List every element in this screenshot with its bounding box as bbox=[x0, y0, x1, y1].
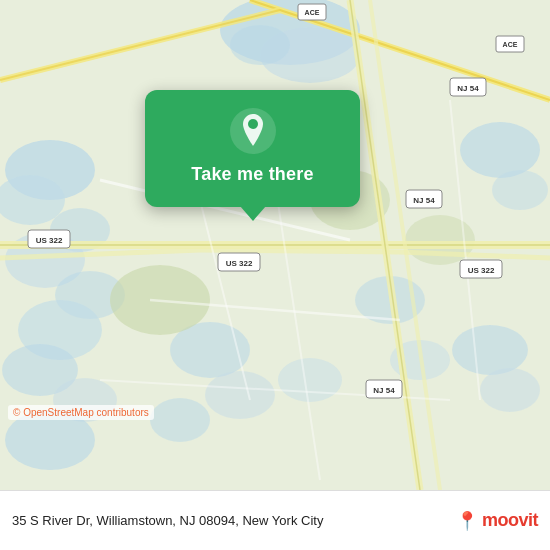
svg-point-14 bbox=[492, 170, 548, 210]
svg-text:NJ 54: NJ 54 bbox=[457, 84, 479, 93]
moovit-logo: 📍 moovit bbox=[456, 510, 538, 532]
svg-text:US 322: US 322 bbox=[226, 259, 253, 268]
svg-point-15 bbox=[452, 325, 528, 375]
svg-line-33 bbox=[200, 250, 400, 252]
svg-text:US 322: US 322 bbox=[468, 266, 495, 275]
svg-point-21 bbox=[150, 398, 210, 442]
svg-text:ACE: ACE bbox=[503, 41, 518, 48]
svg-point-22 bbox=[278, 358, 342, 402]
svg-text:NJ 54: NJ 54 bbox=[413, 196, 435, 205]
moovit-logo-icon: 📍 bbox=[456, 510, 478, 532]
map-area: US 322 US 322 US 322 NJ 54 NJ 54 NJ 54 A… bbox=[0, 0, 550, 490]
svg-text:US 322: US 322 bbox=[36, 236, 63, 245]
location-pin-icon bbox=[230, 108, 276, 154]
attribution-text: © OpenStreetMap contributors bbox=[13, 407, 149, 418]
map-attribution: © OpenStreetMap contributors bbox=[8, 405, 154, 420]
svg-text:NJ 54: NJ 54 bbox=[373, 386, 395, 395]
svg-point-61 bbox=[248, 119, 258, 129]
address-text: 35 S River Dr, Williamstown, NJ 08094, N… bbox=[12, 513, 456, 528]
svg-point-20 bbox=[205, 371, 275, 419]
moovit-logo-text: moovit bbox=[482, 510, 538, 531]
svg-point-16 bbox=[480, 368, 540, 412]
svg-text:ACE: ACE bbox=[305, 9, 320, 16]
popup-label: Take me there bbox=[191, 164, 313, 185]
map-popup[interactable]: Take me there bbox=[145, 90, 360, 207]
svg-point-3 bbox=[230, 25, 290, 65]
bottom-bar: 35 S River Dr, Williamstown, NJ 08094, N… bbox=[0, 490, 550, 550]
svg-point-13 bbox=[460, 122, 540, 178]
